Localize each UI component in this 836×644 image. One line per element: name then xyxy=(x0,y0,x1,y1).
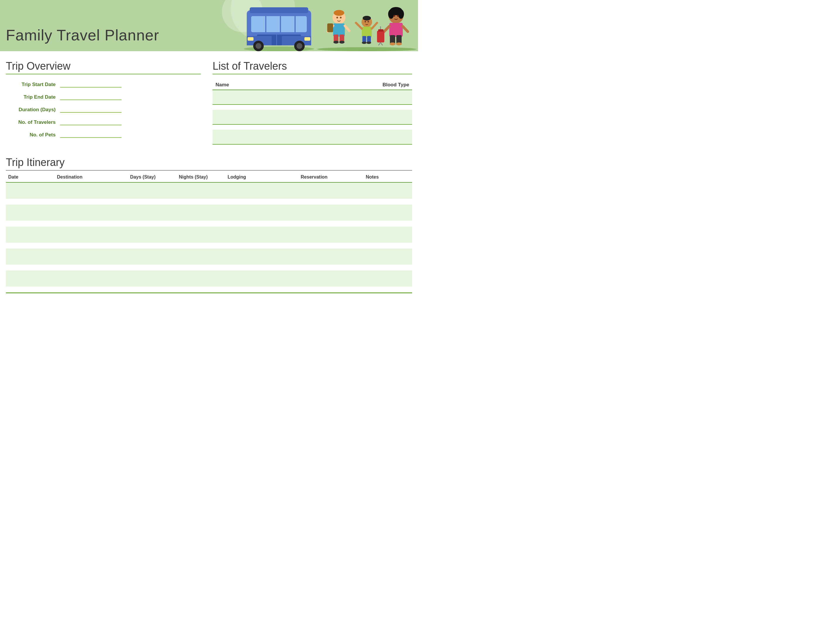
traveler-blood-3[interactable] xyxy=(312,130,412,144)
itin-reservation-3[interactable] xyxy=(298,227,363,243)
itin-date-input-3[interactable] xyxy=(6,227,55,243)
traveler-name-3[interactable] xyxy=(212,130,312,144)
svg-point-18 xyxy=(317,47,416,51)
itin-days-4[interactable] xyxy=(127,248,176,265)
itin-lodging-4[interactable] xyxy=(225,248,298,265)
table-row xyxy=(212,110,412,124)
itin-notes-input-1[interactable] xyxy=(363,183,412,199)
itin-nights-1[interactable] xyxy=(176,182,225,199)
itin-notes-input-4[interactable] xyxy=(363,248,412,265)
itin-dest-input-5[interactable] xyxy=(55,270,128,286)
itin-nights-input-1[interactable] xyxy=(176,183,225,199)
itin-reservation-input-1[interactable] xyxy=(298,183,363,199)
people-illustration xyxy=(315,0,418,51)
itin-dest-1[interactable] xyxy=(55,182,128,199)
traveler-blood-input-2[interactable] xyxy=(312,110,412,124)
itin-notes-5[interactable] xyxy=(363,270,412,286)
table-row xyxy=(212,124,412,130)
itin-reservation-input-3[interactable] xyxy=(298,227,363,243)
itin-days-1[interactable] xyxy=(127,182,176,199)
itin-date-2[interactable] xyxy=(6,204,55,221)
itin-reservation-4[interactable] xyxy=(298,248,363,265)
traveler-blood-input-1[interactable] xyxy=(312,90,412,104)
itin-lodging-5[interactable] xyxy=(225,270,298,286)
itin-reservation-input-4[interactable] xyxy=(298,248,363,265)
itin-notes-4[interactable] xyxy=(363,248,412,265)
itin-dest-input-4[interactable] xyxy=(55,248,128,265)
itin-lodging-3[interactable] xyxy=(225,227,298,243)
itin-dest-input-3[interactable] xyxy=(55,227,128,243)
itin-lodging-input-1[interactable] xyxy=(225,183,298,199)
trip-end-date-input[interactable] xyxy=(60,93,121,100)
duration-input[interactable] xyxy=(60,105,121,113)
itin-lodging-input-2[interactable] xyxy=(225,204,298,221)
itin-notes-input-3[interactable] xyxy=(363,227,412,243)
itin-lodging-input-3[interactable] xyxy=(225,227,298,243)
num-pets-input[interactable] xyxy=(60,131,121,138)
svg-point-24 xyxy=(333,41,339,44)
itin-days-input-5[interactable] xyxy=(127,270,176,286)
traveler-blood-input-3[interactable] xyxy=(312,130,412,144)
itinerary-title: Trip Itinerary xyxy=(6,156,412,171)
itin-days-2[interactable] xyxy=(127,204,176,221)
traveler-name-input-2[interactable] xyxy=(212,110,312,124)
itin-reservation-5[interactable] xyxy=(298,270,363,286)
itin-notes-input-2[interactable] xyxy=(363,204,412,221)
num-travelers-label: No. of Travelers xyxy=(6,119,60,125)
itin-days-5[interactable] xyxy=(127,270,176,286)
itin-dest-2[interactable] xyxy=(55,204,128,221)
itin-reservation-1[interactable] xyxy=(298,182,363,199)
itin-days-input-3[interactable] xyxy=(127,227,176,243)
itin-notes-input-5[interactable] xyxy=(363,270,412,286)
itin-nights-input-2[interactable] xyxy=(176,204,225,221)
itin-nights-input-5[interactable] xyxy=(176,270,225,286)
num-travelers-input[interactable] xyxy=(60,118,121,125)
itin-notes-3[interactable] xyxy=(363,227,412,243)
svg-point-59 xyxy=(397,15,399,17)
itin-dest-5[interactable] xyxy=(55,270,128,286)
itin-date-1[interactable] xyxy=(6,182,55,199)
itin-nights-input-3[interactable] xyxy=(176,227,225,243)
trip-start-date-input[interactable] xyxy=(60,80,121,88)
table-row xyxy=(212,130,412,144)
trip-start-date-label: Trip Start Date xyxy=(6,82,60,88)
svg-point-41 xyxy=(367,21,369,23)
itin-nights-4[interactable] xyxy=(176,248,225,265)
itin-date-input-4[interactable] xyxy=(6,248,55,265)
itin-date-3[interactable] xyxy=(6,227,55,243)
itin-days-input-1[interactable] xyxy=(127,183,176,199)
svg-point-45 xyxy=(398,9,404,19)
itin-days-input-2[interactable] xyxy=(127,204,176,221)
itin-days-input-4[interactable] xyxy=(127,248,176,265)
itin-date-input-2[interactable] xyxy=(6,204,55,221)
itin-dest-input-2[interactable] xyxy=(55,204,128,221)
itin-dest-input-1[interactable] xyxy=(55,183,128,199)
itin-lodging-input-5[interactable] xyxy=(225,270,298,286)
itin-lodging-1[interactable] xyxy=(225,182,298,199)
traveler-name-1[interactable] xyxy=(212,90,312,105)
traveler-name-2[interactable] xyxy=(212,110,312,124)
itin-notes-1[interactable] xyxy=(363,182,412,199)
traveler-name-input-3[interactable] xyxy=(212,130,312,144)
trip-end-date-row: Trip End Date xyxy=(6,93,201,100)
itin-notes-2[interactable] xyxy=(363,204,412,221)
itin-nights-3[interactable] xyxy=(176,227,225,243)
traveler-blood-2[interactable] xyxy=(312,110,412,124)
itin-date-input-1[interactable] xyxy=(6,183,55,199)
itin-reservation-2[interactable] xyxy=(298,204,363,221)
itin-dest-3[interactable] xyxy=(55,227,128,243)
itin-days-3[interactable] xyxy=(127,227,176,243)
itin-reservation-input-2[interactable] xyxy=(298,204,363,221)
itin-date-4[interactable] xyxy=(6,248,55,265)
traveler-blood-1[interactable] xyxy=(312,90,412,105)
itin-nights-input-4[interactable] xyxy=(176,248,225,265)
itin-dest-4[interactable] xyxy=(55,248,128,265)
itin-date-input-5[interactable] xyxy=(6,270,55,286)
traveler-name-input-1[interactable] xyxy=(212,90,312,104)
itin-lodging-2[interactable] xyxy=(225,204,298,221)
itin-nights-2[interactable] xyxy=(176,204,225,221)
itin-reservation-input-5[interactable] xyxy=(298,270,363,286)
itin-date-5[interactable] xyxy=(6,270,55,286)
itin-nights-5[interactable] xyxy=(176,270,225,286)
itin-lodging-input-4[interactable] xyxy=(225,248,298,265)
